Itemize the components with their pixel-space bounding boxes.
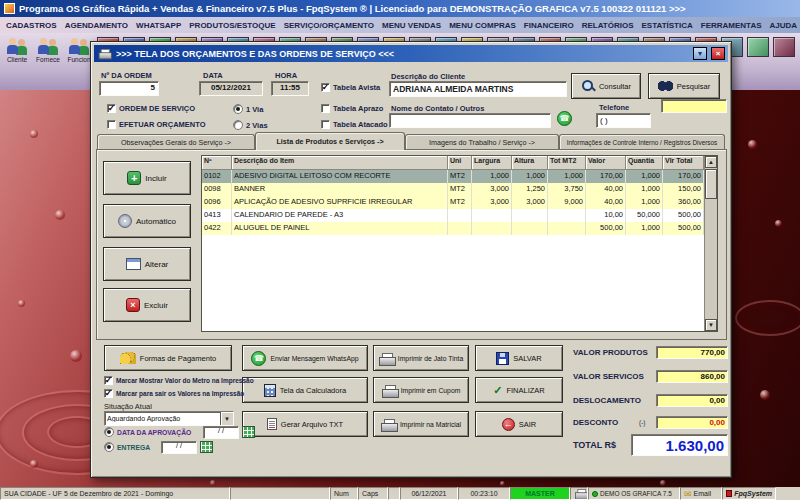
table-row[interactable]: 0098BANNERMT23,0001,2503,75040,001,00015… xyxy=(202,183,704,196)
imprimir-cupom-button[interactable]: Imprimir em Cupom xyxy=(373,377,469,403)
column-header-valor[interactable]: Valor xyxy=(586,156,626,170)
column-header-uni[interactable]: Uni xyxy=(448,156,472,170)
data-aprovacao-input[interactable]: / / xyxy=(203,426,239,439)
enviar-whatsapp-button[interactable]: ☎ Enviar Mensagem WhatsApp xyxy=(242,345,368,371)
gerar-txt-button[interactable]: Gerar Arquivo TXT xyxy=(242,411,368,437)
minimize-button[interactable]: ▾ xyxy=(693,47,707,60)
menu-item-whatsapp[interactable]: WHATSAPP xyxy=(132,21,185,30)
menu-item-agendamento[interactable]: AGENDAMENTO xyxy=(61,21,132,30)
formas-pagamento-button[interactable]: Formas de Pagamento xyxy=(104,345,232,371)
data-aprovacao-radio[interactable]: DATA DA APROVAÇÃO xyxy=(104,427,191,437)
menu-item-servi-o-or-amento[interactable]: SERVIÇO/ORÇAMENTO xyxy=(280,21,378,30)
desconto-field: 0,00 xyxy=(656,416,728,429)
column-header-largura[interactable]: Largura xyxy=(472,156,512,170)
dialog-titlebar[interactable]: >>> TELA DOS ORÇAMENTOS E DAS ORDENS DE … xyxy=(94,45,728,62)
info-icon[interactable] xyxy=(747,37,769,57)
table-cell: 500,00 xyxy=(586,222,626,235)
close-button[interactable]: × xyxy=(711,47,725,60)
automatico-button[interactable]: Automático xyxy=(103,204,191,238)
table-row[interactable]: 0422ALUGUEL DE PAINEL500,001,000500,00 xyxy=(202,222,704,235)
alterar-button[interactable]: Alterar xyxy=(103,247,191,281)
menu-item-cadastros[interactable]: CADASTROS xyxy=(2,21,61,30)
calendar-icon[interactable] xyxy=(200,441,213,453)
table-cell: 3,000 xyxy=(472,183,512,196)
scroll-track[interactable] xyxy=(705,168,717,319)
time-field[interactable]: 11:55 xyxy=(271,81,309,96)
water-drop xyxy=(18,300,25,307)
client-input[interactable]: ADRIANA ALMEIDA MARTINS xyxy=(389,81,567,97)
tabela-atacado-checkbox[interactable]: Tabela Atacado xyxy=(321,120,388,129)
pesquisar-button[interactable]: Pesquisar xyxy=(648,73,720,99)
imprimir-jato-tinta-button[interactable]: Imprimir de Jato Tinta xyxy=(373,345,469,371)
scroll-thumb[interactable] xyxy=(705,169,717,199)
tab-controle-interno[interactable]: Informações de Controle Interno / Regist… xyxy=(559,134,725,150)
sair-valores-label: Marcar para sair os Valores na Impressão xyxy=(116,390,244,397)
tab-observacoes[interactable]: Observações Gerais do Serviço -> xyxy=(97,134,255,150)
column-header-altura[interactable]: Altura xyxy=(512,156,548,170)
tela-calculadora-button[interactable]: Tela da Calculadora xyxy=(242,377,368,403)
tab-imagens[interactable]: Imagens do Trabalho / Serviço -> xyxy=(405,134,559,150)
order-number-field[interactable]: 5 xyxy=(99,81,159,96)
situacao-dropdown[interactable]: Aguardando Aprovação ▼ xyxy=(104,411,234,426)
toolbar-group-cliente[interactable]: Cliente xyxy=(2,35,32,63)
incluir-button[interactable]: + Incluir xyxy=(103,161,191,195)
phone-extra-field[interactable] xyxy=(661,99,727,113)
tabela-avista-checkbox[interactable]: Tabela Avista xyxy=(321,83,380,92)
excluir-button[interactable]: × Excluir xyxy=(103,288,191,322)
delete-icon: × xyxy=(126,298,140,312)
column-header-vlr-total[interactable]: Vlr Total xyxy=(663,156,704,170)
date-field[interactable]: 05/12/2021 xyxy=(199,81,263,96)
phone-input[interactable]: ( ) xyxy=(596,113,651,128)
total-value: 1.630,00 xyxy=(632,435,727,456)
menu-item-estat-stica[interactable]: ESTATÍSTICA xyxy=(638,21,697,30)
status-email[interactable]: ✉Email xyxy=(680,487,722,500)
status-printer[interactable] xyxy=(570,487,588,500)
imprimir-matricial-button[interactable]: Imprimir na Matricial xyxy=(373,411,469,437)
menu-item-menu-compras[interactable]: MENU COMPRAS xyxy=(445,21,520,30)
menu-item-relat-rios[interactable]: RELATÓRIOS xyxy=(578,21,638,30)
menu-item-produtos-estoque[interactable]: PRODUTOS/ESTOQUE xyxy=(185,21,279,30)
scroll-down-icon[interactable]: ▼ xyxy=(705,319,717,331)
text-file-icon xyxy=(267,418,277,430)
column-header-quantia[interactable]: Quantia xyxy=(626,156,663,170)
vertical-scrollbar[interactable]: ▲ ▼ xyxy=(704,156,717,331)
tab-lista-produtos[interactable]: Lista de Produtos e Serviços -> xyxy=(255,132,405,150)
sair-valores-checkbox[interactable]: Marcar para sair os Valores na Impressão xyxy=(104,389,244,398)
table-cell: 0098 xyxy=(202,183,232,196)
table-row[interactable]: 0096APLICAÇÃO DE ADESIVO SUPRFICIE IRREG… xyxy=(202,196,704,209)
salvar-button[interactable]: SALVAR xyxy=(475,345,563,371)
ordem-servico-checkbox[interactable]: ORDEM DE SERVIÇO xyxy=(107,104,195,113)
whatsapp-icon[interactable]: ☎ xyxy=(557,111,572,126)
scroll-up-icon[interactable]: ▲ xyxy=(705,156,717,168)
column-header-descri-o-do-item[interactable]: Descrição do Item xyxy=(232,156,448,170)
valor-servicos-label: VALOR SERVICOS xyxy=(573,372,644,381)
menu-item-ajuda[interactable]: AJUDA xyxy=(766,21,800,30)
consultar-button[interactable]: Consultar xyxy=(571,73,641,99)
finalizar-button[interactable]: ✓ FINALIZAR xyxy=(475,377,563,403)
entrega-input[interactable]: / / xyxy=(161,441,197,454)
toolbar-group-label: Funcion xyxy=(67,56,90,63)
toolbar-group-fornece[interactable]: Fornece xyxy=(33,35,63,63)
efetuar-orcamento-checkbox[interactable]: EFETUAR ORÇAMENTO xyxy=(107,120,206,129)
radio-1-via[interactable]: 1 Via xyxy=(233,104,263,114)
radio-2-vias[interactable]: 2 Vias xyxy=(233,120,268,130)
chevron-down-icon[interactable]: ▼ xyxy=(220,412,233,425)
calendar-icon[interactable] xyxy=(242,426,255,438)
table-cell: CALENDARIO DE PAREDE - A3 xyxy=(232,209,448,222)
column-header-tot-mt2[interactable]: Tot MT2 xyxy=(548,156,586,170)
contact-input[interactable] xyxy=(389,113,551,128)
logout-icon[interactable] xyxy=(773,37,795,57)
tabela-aprazo-checkbox[interactable]: Tabela Aprazo xyxy=(321,104,383,113)
whatsapp-icon: ☎ xyxy=(251,351,266,366)
column-header-n[interactable]: Nº xyxy=(202,156,232,170)
table-row[interactable]: 0102ADESIVO DIGITAL LEITOSO COM RECORTEM… xyxy=(202,170,704,183)
menu-item-ferramentas[interactable]: FERRAMENTAS xyxy=(697,21,766,30)
status-numlock: Num xyxy=(330,487,358,500)
sair-button[interactable]: ← SAIR xyxy=(475,411,563,437)
table-row[interactable]: 0413CALENDARIO DE PAREDE - A310,0050,000… xyxy=(202,209,704,222)
mostrar-valor-metro-checkbox[interactable]: Marcar Mostrar Valor do Metro na Impress… xyxy=(104,376,254,385)
entrega-radio[interactable]: ENTREGA xyxy=(104,442,150,452)
menu-item-financeiro[interactable]: FINANCEIRO xyxy=(520,21,578,30)
entrega-label: ENTREGA xyxy=(117,444,150,451)
menu-item-menu-vendas[interactable]: MENU VENDAS xyxy=(378,21,445,30)
